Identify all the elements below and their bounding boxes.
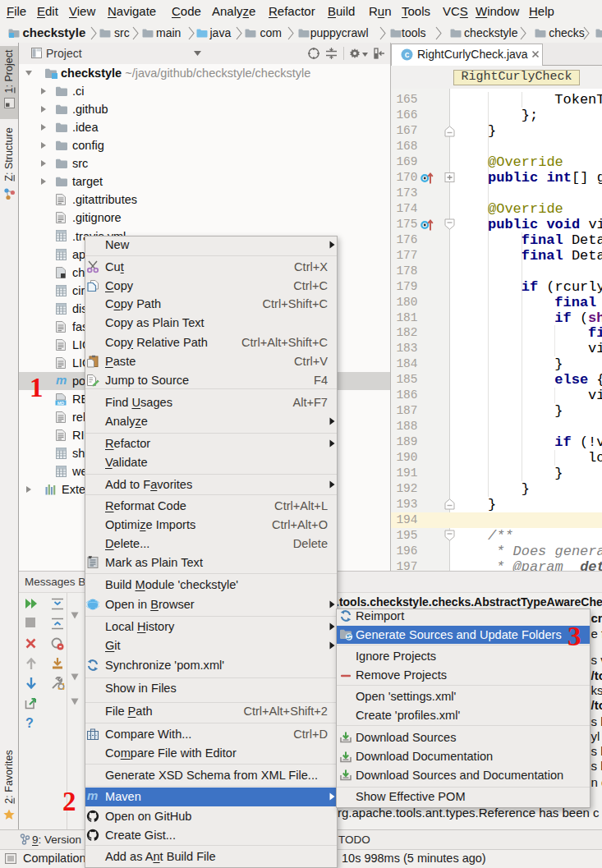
svg-text:MD: MD: [57, 400, 65, 405]
svg-text:C: C: [405, 51, 410, 60]
